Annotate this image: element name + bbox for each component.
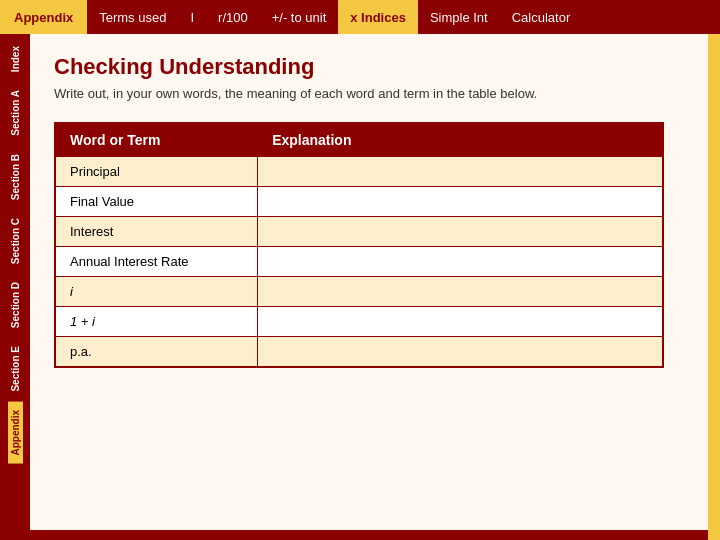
table-row: Interest (55, 216, 663, 246)
table-row: Final Value (55, 186, 663, 216)
explanation-cell[interactable] (258, 216, 663, 246)
calculator-button[interactable]: Calculator (500, 0, 583, 34)
sidebar-item-appendix[interactable]: Appendix (8, 402, 23, 464)
explanation-cell[interactable] (258, 156, 663, 186)
table-row: Annual Interest Rate (55, 246, 663, 276)
table-row: i (55, 276, 663, 306)
term-cell-italic: i (55, 276, 258, 306)
term-cell: Principal (55, 156, 258, 186)
explanation-cell[interactable] (258, 276, 663, 306)
sidebar-item-index[interactable]: Index (8, 38, 23, 80)
vocabulary-table: Word or Term Explanation Principal Final… (54, 122, 664, 368)
term-cell-italic: 1 + i (55, 306, 258, 336)
page-subtitle: Write out, in your own words, the meanin… (54, 84, 696, 104)
term-cell: p.a. (55, 336, 258, 367)
page-title: Checking Understanding (54, 54, 696, 80)
bottom-decorative-edge (30, 530, 708, 540)
terms-used-button[interactable]: Terms used (87, 0, 178, 34)
sidebar-item-section-d[interactable]: Section D (8, 274, 23, 336)
appendix-button[interactable]: Appendix (0, 0, 87, 34)
right-decorative-edge (708, 34, 720, 540)
i-button[interactable]: I (178, 0, 206, 34)
sidebar-item-section-a[interactable]: Section A (8, 82, 23, 144)
table-row: Principal (55, 156, 663, 186)
term-cell: Final Value (55, 186, 258, 216)
sidebar-item-section-b[interactable]: Section B (8, 146, 23, 208)
plus-minus-button[interactable]: +/- to unit (260, 0, 339, 34)
term-cell: Annual Interest Rate (55, 246, 258, 276)
indices-button[interactable]: x Indices (338, 0, 418, 34)
r100-button[interactable]: r/100 (206, 0, 260, 34)
main-content: Checking Understanding Write out, in you… (30, 34, 720, 540)
col-header-explanation: Explanation (258, 123, 663, 157)
top-navigation: Appendix Terms used I r/100 +/- to unit … (0, 0, 720, 34)
col-header-term: Word or Term (55, 123, 258, 157)
simple-int-button[interactable]: Simple Int (418, 0, 500, 34)
sidebar-item-section-c[interactable]: Section C (8, 210, 23, 272)
table-row: 1 + i (55, 306, 663, 336)
sidebar-item-section-e[interactable]: Section E (8, 338, 23, 400)
explanation-cell[interactable] (258, 306, 663, 336)
table-row: p.a. (55, 336, 663, 367)
explanation-cell[interactable] (258, 246, 663, 276)
sidebar: Index Section A Section B Section C Sect… (0, 34, 30, 540)
explanation-cell[interactable] (258, 336, 663, 367)
term-cell: Interest (55, 216, 258, 246)
explanation-cell[interactable] (258, 186, 663, 216)
